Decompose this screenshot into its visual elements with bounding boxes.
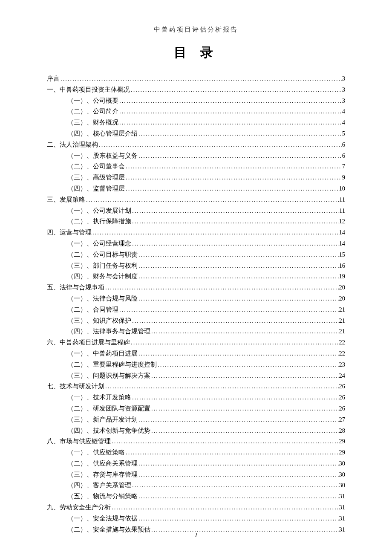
toc-entry-page: 24 <box>339 370 346 382</box>
toc-dot-leader <box>131 238 339 249</box>
toc-dot-leader <box>118 106 342 117</box>
toc-entry-label: 四、运营与管理 <box>47 227 92 238</box>
toc-entry: （三）、高级管理层9 <box>47 172 345 183</box>
toc-entry-page: 30 <box>339 469 346 480</box>
toc-entry-page: 16 <box>339 260 346 272</box>
toc-entry: （三）、知识产权保护21 <box>47 315 345 327</box>
toc-dot-leader <box>104 282 339 293</box>
toc-dot-leader <box>125 447 339 458</box>
toc-entry-label: 九、劳动安全生产分析 <box>47 502 111 513</box>
toc-dot-leader <box>138 491 339 502</box>
toc-dot-leader <box>138 260 339 272</box>
toc-entry: （四）、客户关系管理30 <box>47 480 345 491</box>
toc-dot-leader <box>85 194 339 205</box>
toc-entry-label: （四）、技术创新与竞争优势 <box>67 425 150 436</box>
toc-entry-label: （二）、研发团队与资源配置 <box>67 403 150 414</box>
toc-entry-label: （三）、问题识别与解决方案 <box>67 370 150 382</box>
toc-entry-page: 29 <box>339 436 346 447</box>
toc-dot-leader <box>138 458 339 469</box>
toc-entry-page: 22 <box>339 337 346 348</box>
toc-entry-label: （三）、知识产权保护 <box>67 315 131 327</box>
toc-entry-label: （二）、执行保障措施 <box>67 216 131 227</box>
toc-entry-label: （二）、合同管理 <box>67 304 118 315</box>
toc-entry: （二）、公司董事会7 <box>47 161 345 172</box>
toc-entry-page: 21 <box>339 315 346 327</box>
toc-entry: 一、中兽药项目投资主体概况3 <box>47 84 345 95</box>
toc-entry-label: （一）、法律合规与风险 <box>67 293 138 304</box>
toc-entry: （二）、执行保障措施12 <box>47 216 345 227</box>
toc-entry-page: 20 <box>339 293 346 304</box>
toc-entry-page: 14 <box>339 227 346 238</box>
toc-entry: （二）、合同管理21 <box>47 304 345 315</box>
toc-entry-page: 31 <box>339 491 346 502</box>
toc-entry: （三）、问题识别与解决方案24 <box>47 370 345 382</box>
toc-dot-leader <box>111 502 339 513</box>
toc-dot-leader <box>130 84 342 95</box>
toc-entry-label: 序言 <box>47 73 60 84</box>
toc-entry-page: 6 <box>342 150 345 162</box>
toc-entry: （一）、供应链策略29 <box>47 447 345 458</box>
toc-entry-page: 15 <box>339 249 346 260</box>
toc-dot-leader <box>125 183 339 194</box>
toc-entry-page: 26 <box>339 392 346 403</box>
toc-entry: （四）、财务与会计制度19 <box>47 271 345 282</box>
toc-dot-leader <box>131 392 339 403</box>
toc-dot-leader <box>131 315 339 327</box>
toc-entry-page: 30 <box>339 480 346 491</box>
toc-entry: （二）、重要里程碑与进度控制23 <box>47 359 345 370</box>
toc-entry: （四）、监督管理层10 <box>47 183 345 194</box>
toc-entry-label: 七、技术与研发计划 <box>47 381 104 392</box>
toc-entry-label: （四）、法律事务与合规管理 <box>67 326 150 337</box>
toc-entry: （三）、新产品开发计划27 <box>47 414 345 425</box>
toc-entry-page: 11 <box>339 205 345 217</box>
toc-dot-leader <box>131 205 339 217</box>
toc-entry-label: （一）、股东权益与义务 <box>67 150 138 162</box>
toc-entry-page: 27 <box>339 414 346 425</box>
toc-entry-page: 22 <box>339 348 346 359</box>
toc-entry: （五）、物流与分销策略31 <box>47 491 345 502</box>
toc-entry: （一）、股东权益与义务6 <box>47 150 345 162</box>
toc-entry: （一）、安全法规与依据31 <box>47 513 345 524</box>
toc-dot-leader <box>131 216 339 227</box>
toc-entry-page: 19 <box>339 271 346 282</box>
toc-entry: 四、运营与管理14 <box>47 227 345 238</box>
toc-entry-page: 4 <box>342 117 345 128</box>
toc-entry-page: 5 <box>342 128 345 139</box>
toc-entry-label: 三、发展策略 <box>47 194 85 205</box>
toc-entry: （二）、公司简介4 <box>47 106 345 117</box>
toc-dot-leader <box>138 293 339 304</box>
toc-entry-label: （一）、公司经营理念 <box>67 238 131 249</box>
toc-entry-page: 3 <box>342 95 345 107</box>
toc-dot-leader <box>92 227 339 238</box>
toc-entry-label: （一）、供应链策略 <box>67 447 125 458</box>
toc-dot-leader <box>150 425 339 436</box>
toc-entry: 五、法律与合规事项20 <box>47 282 345 293</box>
toc-entry: 序言3 <box>47 73 345 84</box>
toc-entry: （三）、存货与库存管理30 <box>47 469 345 480</box>
toc-entry-page: 4 <box>342 106 345 117</box>
toc-dot-leader <box>138 513 339 524</box>
toc-dot-leader <box>118 304 339 315</box>
page-number: 2 <box>0 532 392 539</box>
toc-dot-leader <box>118 117 342 128</box>
toc-entry-page: 6 <box>342 139 345 150</box>
toc-entry: （一）、技术开发策略26 <box>47 392 345 403</box>
toc-entry-label: （四）、核心管理层介绍 <box>67 128 138 139</box>
toc-entry-page: 21 <box>339 326 346 337</box>
toc-entry-label: （五）、物流与分销策略 <box>67 491 138 502</box>
toc-entry-page: 7 <box>342 161 345 172</box>
toc-dot-leader <box>138 414 339 425</box>
toc-dot-leader <box>150 326 339 337</box>
toc-entry-label: （二）、公司目标与职责 <box>67 249 138 260</box>
toc-entry-page: 26 <box>339 403 346 414</box>
toc-dot-leader <box>125 161 342 172</box>
toc-entry-page: 28 <box>339 425 346 436</box>
toc-entry-label: （一）、公司发展计划 <box>67 205 131 217</box>
toc-entry: 八、市场与供应链管理29 <box>47 436 345 447</box>
toc-dot-leader <box>138 469 339 480</box>
toc-entry: 二、法人治理架构6 <box>47 139 345 150</box>
toc-entry-label: （三）、部门任务与权利 <box>67 260 138 272</box>
toc-dot-leader <box>131 480 339 491</box>
toc-dot-leader <box>111 436 339 447</box>
toc-entry-label: （二）、公司简介 <box>67 106 118 117</box>
